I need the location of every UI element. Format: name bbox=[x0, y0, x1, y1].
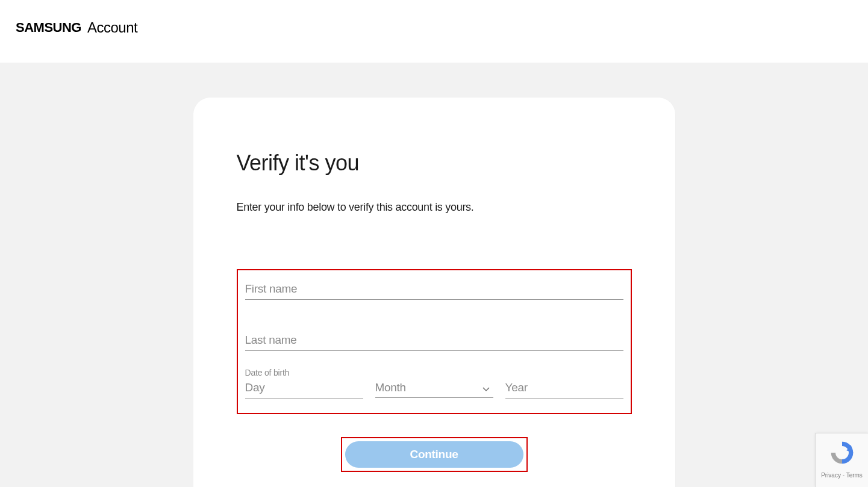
dob-month-field: Month bbox=[375, 377, 493, 399]
header: SAMSUNG Account bbox=[0, 0, 868, 63]
form-highlight-box: Date of birth Month bbox=[237, 269, 632, 414]
account-product-label: Account bbox=[87, 19, 137, 36]
first-name-input[interactable] bbox=[245, 278, 623, 300]
header-brand: SAMSUNG Account bbox=[16, 19, 852, 36]
dob-year-input[interactable] bbox=[505, 377, 623, 399]
main-area: Verify it's you Enter your info below to… bbox=[0, 63, 868, 487]
last-name-wrap bbox=[245, 329, 623, 351]
dob-label: Date of birth bbox=[245, 368, 623, 377]
first-name-wrap bbox=[245, 278, 623, 300]
recaptcha-links: Privacy - Terms bbox=[816, 472, 868, 479]
page-subtitle: Enter your info below to verify this acc… bbox=[237, 201, 632, 214]
recaptcha-privacy-link[interactable]: Privacy bbox=[821, 472, 841, 479]
dob-row: Month bbox=[245, 377, 623, 399]
continue-wrap: Continue bbox=[237, 437, 632, 472]
recaptcha-terms-link[interactable]: Terms bbox=[846, 472, 863, 479]
form-card: Verify it's you Enter your info below to… bbox=[193, 98, 675, 487]
dob-day-field bbox=[245, 377, 363, 399]
continue-button[interactable]: Continue bbox=[345, 441, 523, 468]
recaptcha-badge[interactable]: Privacy - Terms bbox=[815, 433, 868, 487]
continue-highlight-box: Continue bbox=[341, 437, 528, 472]
dob-day-input[interactable] bbox=[245, 377, 363, 399]
samsung-logo: SAMSUNG bbox=[16, 20, 81, 36]
dob-year-field bbox=[505, 377, 623, 399]
dob-month-select[interactable]: Month bbox=[375, 377, 493, 398]
last-name-input[interactable] bbox=[245, 329, 623, 351]
page-title: Verify it's you bbox=[237, 150, 632, 176]
recaptcha-icon bbox=[816, 439, 868, 468]
